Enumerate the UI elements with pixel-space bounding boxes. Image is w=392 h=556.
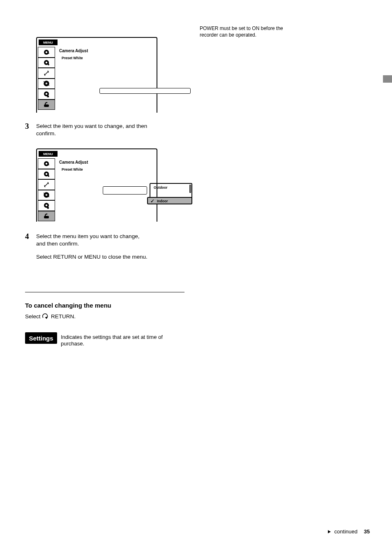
to-cancel-heading: To cancel changing the menu — [25, 302, 111, 309]
camera-settings-icon[interactable] — [38, 58, 55, 68]
submenu-left-box[interactable] — [103, 186, 147, 195]
return-icon — [42, 313, 49, 320]
disc-icon[interactable] — [38, 190, 55, 201]
menu-row-highlight[interactable] — [99, 88, 191, 94]
page-number: 35 — [364, 528, 370, 535]
svg-point-16 — [46, 163, 48, 165]
svg-point-25 — [46, 195, 47, 196]
settings-badge: Settings — [25, 332, 57, 344]
audio-icon[interactable] — [38, 179, 55, 190]
menu-tab-label: MENU — [39, 151, 58, 157]
svg-rect-2 — [48, 53, 49, 54]
svg-point-10 — [46, 83, 47, 84]
camera-adjust-icon[interactable] — [38, 47, 55, 58]
svg-rect-5 — [48, 64, 49, 65]
svg-point-1 — [46, 51, 48, 53]
power-note-line2: recorder can be operated. — [200, 32, 256, 38]
display-icon[interactable] — [38, 200, 55, 211]
disc-icon[interactable] — [38, 79, 55, 89]
option-outdoor[interactable]: Outdoor — [154, 185, 168, 190]
step-3-number: 3 — [25, 122, 29, 131]
to-cancel-body: Select RETURN. — [25, 313, 76, 320]
camera-settings-icon[interactable] — [38, 169, 55, 180]
step-3-text-line2: confirm. — [36, 130, 56, 137]
display-icon[interactable] — [38, 89, 55, 100]
svg-point-4 — [46, 62, 48, 64]
menu-title: Camera Adjust — [59, 160, 88, 164]
svg-marker-30 — [45, 317, 47, 319]
step-4-number: 4 — [25, 232, 29, 241]
continued-indicator: continued — [328, 528, 357, 535]
svg-line-22 — [45, 183, 48, 186]
svg-rect-14 — [44, 104, 49, 107]
power-note-line1: POWER must be set to ON before the — [200, 25, 283, 31]
check-icon: ✓ — [150, 198, 154, 204]
option-indoor-highlight[interactable]: ✓ Indoor — [147, 197, 192, 204]
svg-point-12 — [46, 93, 48, 95]
step-4-text-line1: Select the menu item you want to change, — [36, 233, 139, 240]
option-indoor: Indoor — [157, 199, 168, 203]
menu-icon-column — [38, 158, 57, 221]
camera-adjust-icon[interactable] — [38, 158, 55, 169]
menu-screenshot-2: MENU Camera Adjust Preset White Outdoor … — [36, 148, 157, 222]
close-menu-instruction: Select RETURN or MENU to close the menu. — [36, 253, 148, 260]
svg-rect-28 — [47, 207, 49, 209]
setup-icon[interactable] — [38, 100, 55, 110]
audio-icon[interactable] — [38, 68, 55, 79]
svg-rect-17 — [48, 164, 49, 165]
menu-item-label: Preset White — [62, 56, 83, 60]
svg-rect-21 — [48, 175, 49, 176]
svg-point-19 — [46, 173, 48, 175]
svg-line-7 — [45, 71, 48, 75]
scroll-indicator — [189, 185, 191, 193]
step-4-text-line2: and then confirm. — [36, 240, 79, 247]
step-3-text-line1: Select the item you want to change, and … — [36, 123, 147, 130]
arrow-right-icon — [328, 530, 331, 533]
continued-text: continued — [334, 528, 357, 535]
menu-item-label: Preset White — [62, 167, 83, 171]
svg-rect-29 — [44, 216, 49, 218]
menu-screenshot-1: MENU Camera Adjust Preset White — [36, 37, 157, 113]
settings-description-line1: Indicates the settings that are set at t… — [61, 334, 163, 341]
svg-rect-13 — [47, 96, 49, 97]
setup-icon[interactable] — [38, 211, 55, 222]
settings-description-line2: purchase. — [61, 341, 84, 347]
svg-rect-20 — [48, 176, 49, 177]
svg-rect-6 — [48, 63, 49, 64]
section-divider — [25, 292, 184, 292]
to-cancel-text-prefix: Select — [25, 313, 42, 320]
section-tab — [383, 75, 392, 83]
menu-icon-column — [38, 47, 57, 110]
menu-tab-label: MENU — [39, 39, 58, 45]
svg-point-27 — [46, 204, 48, 206]
menu-title: Camera Adjust — [59, 49, 88, 53]
to-cancel-text-suffix: RETURN. — [51, 313, 76, 320]
